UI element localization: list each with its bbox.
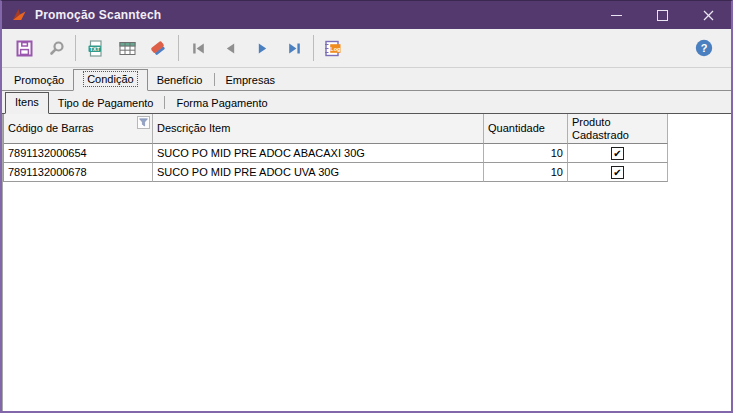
tab-promocao[interactable]: Promoção <box>5 72 73 90</box>
log-button[interactable]: Log <box>317 33 349 63</box>
toolbar: TXT <box>2 29 731 68</box>
grid-header-row: Código de Barras Descrição Item Quantida… <box>4 114 668 144</box>
itens-page: Código de Barras Descrição Item Quantida… <box>2 114 731 411</box>
cell-quantidade[interactable]: 10 <box>484 163 568 182</box>
column-header-produto-cadastrado[interactable]: Produto Cadastrado <box>568 114 668 144</box>
cell-produto-cadastrado[interactable]: ✔ <box>568 144 668 163</box>
help-button[interactable]: ? <box>691 33 717 63</box>
subtab-itens[interactable]: Itens <box>5 92 49 114</box>
cell-quantidade[interactable]: 10 <box>484 144 568 163</box>
toolbar-separator <box>75 35 76 61</box>
subtab-tipo-de-pagamento[interactable]: Tipo de Pagamento <box>49 95 163 113</box>
column-header-quantidade[interactable]: Quantidade <box>484 114 568 144</box>
cell-descricao-item[interactable]: SUCO PO MID PRE ADOC ABACAXI 30G <box>153 144 484 163</box>
tab-empresas[interactable]: Empresas <box>217 72 285 90</box>
table-row[interactable]: 7891132000678 SUCO PO MID PRE ADOC UVA 3… <box>4 163 668 182</box>
cell-descricao-item[interactable]: SUCO PO MID PRE ADOC UVA 30G <box>153 163 484 182</box>
subtab-forma-pagamento[interactable]: Forma Pagamento <box>167 95 276 113</box>
checkbox-checked[interactable]: ✔ <box>611 147 624 160</box>
table-icon <box>119 41 136 56</box>
tab-separator <box>164 96 165 109</box>
last-record-icon <box>286 40 303 57</box>
maximize-button[interactable] <box>639 1 685 29</box>
txt-file-icon: TXT <box>87 40 104 57</box>
eraser-icon <box>150 40 168 56</box>
toolbar-separator <box>178 35 179 61</box>
first-record-button[interactable] <box>182 33 214 63</box>
cell-produto-cadastrado[interactable]: ✔ <box>568 163 668 182</box>
column-header-codigo-de-barras[interactable]: Código de Barras <box>4 114 153 144</box>
window-title: Promoção Scanntech <box>35 8 161 22</box>
filter-button[interactable] <box>137 116 150 129</box>
svg-text:?: ? <box>701 42 708 54</box>
save-button[interactable] <box>8 33 40 63</box>
checkbox-checked[interactable]: ✔ <box>611 166 624 179</box>
grid-view-button[interactable] <box>111 33 143 63</box>
maximize-icon <box>657 10 668 21</box>
save-icon <box>16 40 33 57</box>
search-button[interactable] <box>40 33 72 63</box>
tab-condicao[interactable]: Condição <box>73 69 147 91</box>
previous-record-icon <box>222 40 239 57</box>
next-record-button[interactable] <box>246 33 278 63</box>
close-button[interactable] <box>685 1 731 29</box>
help-icon: ? <box>695 39 713 57</box>
minimize-button[interactable] <box>593 1 639 29</box>
minimize-icon <box>611 15 622 16</box>
cell-codigo-de-barras[interactable]: 7891132000678 <box>4 163 153 182</box>
sub-tabstrip: Itens Tipo de Pagamento Forma Pagamento <box>2 91 731 114</box>
close-icon <box>703 10 714 21</box>
column-header-descricao-item[interactable]: Descrição Item <box>153 114 484 144</box>
app-window: Promoção Scanntech <box>0 0 733 413</box>
cell-codigo-de-barras[interactable]: 7891132000654 <box>4 144 153 163</box>
clear-button[interactable] <box>143 33 175 63</box>
log-icon: Log <box>324 40 342 57</box>
filter-funnel-icon <box>139 118 148 127</box>
previous-record-button[interactable] <box>214 33 246 63</box>
tab-beneficio[interactable]: Benefício <box>148 72 212 90</box>
next-record-icon <box>254 40 271 57</box>
items-grid: Código de Barras Descrição Item Quantida… <box>3 114 668 182</box>
app-logo-icon <box>11 7 27 23</box>
first-record-icon <box>190 40 207 57</box>
main-tabstrip: Promoção Condição Benefício Empresas <box>2 68 731 91</box>
table-row[interactable]: 7891132000654 SUCO PO MID PRE ADOC ABACA… <box>4 144 668 163</box>
last-record-button[interactable] <box>278 33 310 63</box>
svg-text:Log: Log <box>330 45 340 51</box>
tab-focus-rect: Condição <box>83 71 137 87</box>
toolbar-separator <box>313 35 314 61</box>
window-controls <box>593 1 731 29</box>
titlebar: Promoção Scanntech <box>2 1 731 29</box>
svg-text:TXT: TXT <box>89 45 100 51</box>
tab-separator <box>214 73 215 86</box>
export-txt-button[interactable]: TXT <box>79 33 111 63</box>
search-icon <box>48 40 65 57</box>
